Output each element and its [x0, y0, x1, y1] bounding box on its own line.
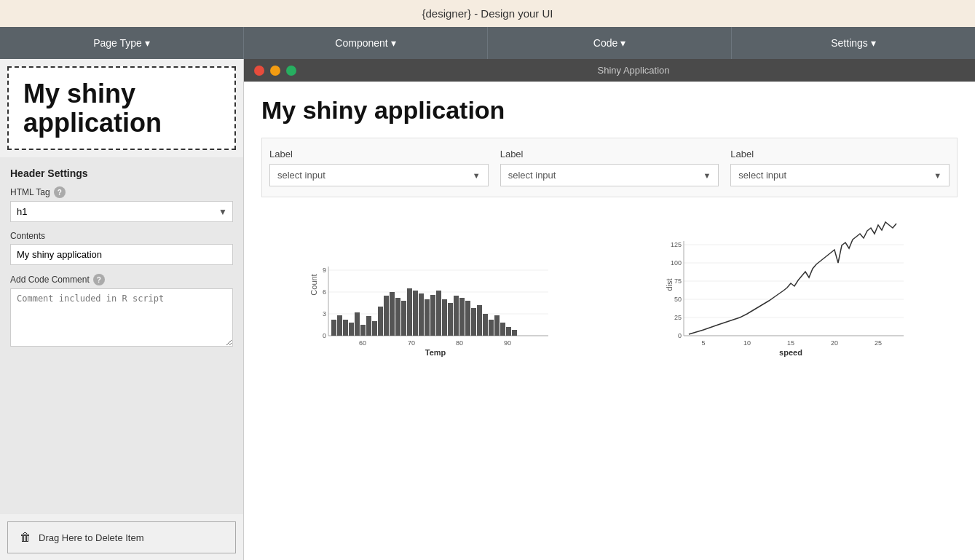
navbar: Page Type ▾ Component ▾ Code ▾ Settings …	[0, 27, 975, 59]
svg-text:0: 0	[323, 332, 326, 339]
svg-text:100: 100	[671, 259, 682, 267]
svg-text:Temp: Temp	[425, 348, 446, 357]
trash-icon: 🗑	[20, 531, 31, 544]
contents-input[interactable]	[10, 244, 233, 265]
html-tag-label: HTML Tag ?	[10, 186, 233, 198]
main-layout: My shiny application Header Settings HTM…	[0, 59, 975, 560]
svg-rect-41	[506, 327, 511, 336]
left-panel: My shiny application Header Settings HTM…	[0, 59, 244, 560]
histogram-svg: Count 0 3 6 9	[261, 212, 602, 358]
select-input-2[interactable]: select input ▼	[500, 164, 719, 186]
svg-rect-39	[494, 315, 500, 336]
select-input-1-arrow: ▼	[473, 171, 481, 180]
svg-rect-29	[436, 291, 441, 336]
svg-text:90: 90	[504, 339, 511, 347]
select-input-1-text: select input	[277, 170, 325, 181]
svg-rect-24	[407, 288, 412, 336]
svg-rect-18	[372, 321, 377, 336]
svg-rect-13	[343, 320, 348, 336]
svg-rect-11	[331, 320, 336, 336]
svg-rect-22	[395, 298, 400, 336]
window-dot-green[interactable]	[286, 66, 296, 76]
settings-panel: Header Settings HTML Tag ? h1 h2 h3 h4 h…	[0, 157, 243, 514]
svg-text:9: 9	[323, 267, 326, 274]
svg-rect-19	[378, 307, 383, 336]
window-title: Shiny Application	[302, 65, 965, 76]
delete-bar[interactable]: 🗑 Drag Here to Delete Item	[7, 521, 236, 553]
select-group-2: Label select input ▼	[500, 149, 719, 186]
code-comment-textarea[interactable]	[10, 288, 233, 347]
svg-text:5: 5	[701, 339, 705, 347]
svg-rect-17	[366, 316, 371, 336]
html-tag-help-icon[interactable]: ?	[54, 186, 66, 198]
svg-rect-16	[360, 325, 366, 336]
select-input-3-text: select input	[738, 170, 786, 181]
code-comment-help-icon[interactable]: ?	[93, 274, 105, 285]
navbar-page-type[interactable]: Page Type ▾	[0, 27, 244, 59]
svg-rect-28	[430, 295, 435, 336]
code-comment-label: Add Code Comment ?	[10, 274, 233, 285]
navbar-component[interactable]: Component ▾	[244, 27, 488, 59]
preview-app-title: My shiny application	[261, 96, 958, 125]
select-group-1: Label select input ▼	[269, 149, 489, 186]
histogram-container: Count 0 3 6 9	[261, 212, 602, 358]
settings-title: Header Settings	[10, 167, 233, 179]
contents-label: Contents	[10, 231, 233, 241]
select-input-2-text: select input	[508, 170, 556, 181]
select-input-3[interactable]: select input ▼	[730, 164, 950, 186]
delete-bar-label: Drag Here to Delete Item	[39, 532, 144, 543]
svg-text:80: 80	[456, 339, 463, 347]
svg-rect-33	[459, 298, 465, 336]
svg-rect-30	[442, 299, 447, 336]
svg-text:Count: Count	[309, 274, 318, 295]
select-group-2-label: Label	[500, 149, 719, 159]
selects-row: Label select input ▼ Label select input …	[261, 138, 958, 197]
right-panel: Shiny Application My shiny application L…	[244, 59, 975, 560]
window-dot-red[interactable]	[254, 66, 264, 76]
window-dot-yellow[interactable]	[270, 66, 280, 76]
svg-text:25: 25	[875, 339, 882, 347]
select-group-3: Label select input ▼	[730, 149, 950, 186]
svg-text:dist: dist	[665, 278, 674, 291]
svg-text:3: 3	[323, 310, 326, 318]
svg-text:25: 25	[674, 314, 682, 321]
select-input-3-arrow: ▼	[933, 171, 942, 180]
code-comment-field: Add Code Comment ?	[10, 274, 233, 350]
contents-field: Contents	[10, 231, 233, 265]
svg-text:6: 6	[323, 288, 326, 296]
svg-rect-40	[500, 323, 505, 336]
svg-text:10: 10	[743, 339, 751, 347]
line-chart-container: dist 0 25 50 75 100 125	[617, 212, 958, 358]
window-bar: Shiny Application	[244, 59, 975, 82]
svg-rect-34	[465, 301, 470, 336]
navbar-code[interactable]: Code ▾	[488, 27, 732, 59]
html-tag-select[interactable]: h1 h2 h3 h4 h5 h6 p	[10, 201, 233, 222]
svg-rect-23	[401, 301, 406, 336]
svg-rect-32	[454, 296, 459, 336]
html-tag-field: HTML Tag ? h1 h2 h3 h4 h5 h6 p ▼	[10, 186, 233, 222]
svg-rect-20	[384, 296, 389, 336]
svg-rect-14	[349, 323, 354, 336]
page-top-title: {designer} - Design your UI	[0, 0, 975, 27]
svg-text:50: 50	[674, 296, 682, 303]
preview-content: My shiny application Label select input …	[244, 82, 975, 560]
svg-text:70: 70	[408, 339, 415, 347]
select-group-1-label: Label	[269, 149, 489, 159]
svg-rect-36	[477, 305, 482, 336]
html-tag-select-wrapper: h1 h2 h3 h4 h5 h6 p ▼	[10, 201, 233, 222]
svg-rect-26	[419, 293, 424, 336]
svg-rect-25	[413, 291, 418, 336]
svg-text:60: 60	[359, 339, 366, 347]
select-input-1[interactable]: select input ▼	[269, 164, 489, 186]
svg-text:speed: speed	[779, 348, 802, 357]
navbar-settings[interactable]: Settings ▾	[732, 27, 975, 59]
app-title-box[interactable]: My shiny application	[7, 66, 236, 150]
app-title-heading: My shiny application	[23, 79, 220, 137]
svg-text:75: 75	[674, 277, 682, 285]
svg-rect-37	[483, 314, 488, 336]
svg-text:20: 20	[831, 339, 838, 347]
svg-text:15: 15	[787, 339, 794, 347]
svg-rect-31	[448, 303, 453, 336]
svg-rect-12	[337, 315, 342, 336]
svg-rect-27	[425, 299, 430, 336]
